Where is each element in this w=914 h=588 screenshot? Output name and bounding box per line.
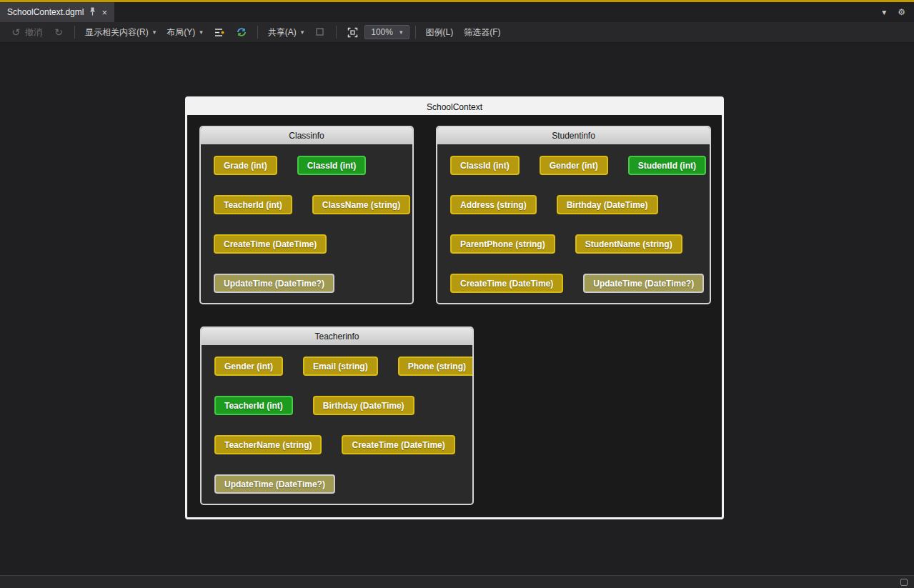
node-birthday-datetime[interactable]: Birthday (DateTime) [313, 396, 414, 415]
node-row: UpdateTime (DateTime?) [214, 474, 472, 494]
chevron-down-icon: ▾ [301, 29, 304, 36]
filters-label: 筛选器(F) [464, 26, 500, 39]
model-container-schoolcontext[interactable]: SchoolContext ClassinfoGrade (int)ClassI… [185, 96, 724, 519]
legend-label: 图例(L) [426, 26, 454, 39]
close-icon[interactable]: × [101, 8, 107, 17]
legend-button[interactable]: 图例(L) [422, 24, 458, 41]
tab-bar: SchoolContext.dgml × ▾ ⚙ [0, 2, 914, 22]
group-title: Classinfo [201, 127, 412, 144]
relayout-graph-button[interactable] [209, 24, 229, 40]
statusbar-icon[interactable] [900, 579, 908, 586]
toolbar-separator [74, 26, 75, 39]
node-row: CreateTime (DateTime) [214, 234, 412, 254]
node-classid-int[interactable]: ClassId (int) [297, 156, 367, 175]
share-dropdown[interactable]: 共享(A) ▾ [264, 24, 309, 41]
node-row: CreateTime (DateTime)UpdateTime (DateTim… [450, 274, 710, 293]
group-title: Studentinfo [437, 127, 710, 144]
dgml-toolbar: ↺ 撤消 ↻ 显示相关内容(R) ▾ 布局(Y) ▾ 共享(A) ▾ [0, 22, 914, 43]
undo-label: 撤消 [25, 26, 42, 39]
node-address-string[interactable]: Address (string) [450, 195, 537, 214]
node-teachername-string[interactable]: TeacherName (string) [214, 435, 322, 454]
undo-icon: ↺ [10, 26, 21, 38]
share-label: 共享(A) [268, 26, 297, 39]
node-teacherid-int[interactable]: TeacherId (int) [214, 195, 292, 214]
group-classinfo[interactable]: ClassinfoGrade (int)ClassId (int)Teacher… [199, 126, 414, 304]
refresh-graph-button[interactable] [232, 24, 252, 40]
node-grade-int[interactable]: Grade (int) [214, 156, 277, 175]
redo-button[interactable]: ↻ [49, 24, 69, 40]
tab-title: SchoolContext.dgml [7, 7, 84, 17]
gear-icon[interactable]: ⚙ [898, 7, 905, 17]
node-row: ParentPhone (string)StudentName (string) [450, 234, 710, 254]
node-parentphone-string[interactable]: ParentPhone (string) [450, 234, 555, 254]
group-teacherinfo[interactable]: TeacherinfoGender (int)Email (string)Pho… [200, 327, 474, 505]
chevron-down-icon: ▾ [399, 29, 403, 36]
chevron-down-icon: ▾ [153, 29, 157, 36]
group-body: ClassId (int)Gender (int)StudentId (int)… [437, 144, 710, 293]
pin-icon[interactable] [89, 7, 96, 18]
layout-label: 布局(Y) [167, 26, 195, 39]
node-email-string[interactable]: Email (string) [303, 357, 378, 376]
graph-layout-icon [214, 26, 225, 38]
node-teacherid-int[interactable]: TeacherId (int) [214, 396, 293, 415]
group-body: Gender (int)Email (string)Phone (string)… [202, 345, 472, 494]
model-title: SchoolContext [187, 99, 722, 115]
node-gender-int[interactable]: Gender (int) [540, 156, 608, 175]
chevron-down-icon: ▾ [199, 29, 203, 36]
node-classname-string[interactable]: ClassName (string) [312, 195, 410, 214]
node-updatetime-datetime[interactable]: UpdateTime (DateTime?) [214, 474, 335, 494]
node-phone-string[interactable]: Phone (string) [398, 357, 474, 376]
node-row: ClassId (int)Gender (int)StudentId (int) [450, 156, 710, 175]
node-studentid-int[interactable]: StudentId (int) [628, 156, 706, 175]
node-classid-int[interactable]: ClassId (int) [450, 156, 520, 175]
node-updatetime-datetime[interactable]: UpdateTime (DateTime?) [214, 274, 334, 293]
node-row: Grade (int)ClassId (int) [214, 156, 412, 175]
node-row: Gender (int)Email (string)Phone (string) [214, 357, 472, 376]
group-title: Teacherinfo [202, 328, 472, 345]
node-studentname-string[interactable]: StudentName (string) [575, 234, 682, 254]
titlebar-controls: ▾ ⚙ [882, 2, 914, 22]
toolbar-separator [257, 26, 258, 39]
tab-schoolcontext-dgml[interactable]: SchoolContext.dgml × [0, 2, 114, 22]
zoom-level-value: 100% [371, 27, 393, 37]
node-row: TeacherName (string)CreateTime (DateTime… [214, 435, 472, 454]
copy-image-button[interactable] [310, 24, 330, 40]
show-related-dropdown[interactable]: 显示相关内容(R) ▾ [81, 24, 160, 41]
node-birthday-datetime[interactable]: Birthday (DateTime) [557, 195, 658, 214]
node-createtime-datetime[interactable]: CreateTime (DateTime) [342, 435, 454, 454]
refresh-icon [236, 26, 247, 38]
undo-button[interactable]: ↺ 撤消 [6, 24, 46, 41]
toolbar-separator [415, 26, 416, 39]
copy-image-icon [314, 26, 326, 38]
status-bar [0, 575, 914, 588]
graph-canvas[interactable]: SchoolContext ClassinfoGrade (int)ClassI… [0, 43, 914, 575]
node-row: TeacherId (int)Birthday (DateTime) [214, 396, 472, 415]
redo-icon: ↻ [53, 26, 64, 38]
node-updatetime-datetime[interactable]: UpdateTime (DateTime?) [583, 274, 704, 293]
node-row: TeacherId (int)ClassName (string) [214, 195, 412, 214]
filters-button[interactable]: 筛选器(F) [460, 24, 505, 41]
zoom-to-fit-icon [347, 26, 358, 38]
node-gender-int[interactable]: Gender (int) [214, 357, 283, 376]
group-studentinfo[interactable]: StudentinfoClassId (int)Gender (int)Stud… [436, 126, 711, 304]
node-row: UpdateTime (DateTime?) [214, 274, 412, 293]
show-related-label: 显示相关内容(R) [85, 26, 149, 39]
node-createtime-datetime[interactable]: CreateTime (DateTime) [214, 234, 327, 254]
group-body: Grade (int)ClassId (int)TeacherId (int)C… [201, 144, 412, 293]
zoom-level-select[interactable]: 100% ▾ [364, 25, 409, 39]
node-createtime-datetime[interactable]: CreateTime (DateTime) [450, 274, 563, 293]
toolbar-separator [336, 26, 337, 39]
layout-dropdown[interactable]: 布局(Y) ▾ [162, 24, 207, 41]
tab-list-dropdown-icon[interactable]: ▾ [882, 7, 886, 17]
node-row: Address (string)Birthday (DateTime) [450, 195, 710, 214]
zoom-to-fit-button[interactable] [342, 24, 362, 40]
